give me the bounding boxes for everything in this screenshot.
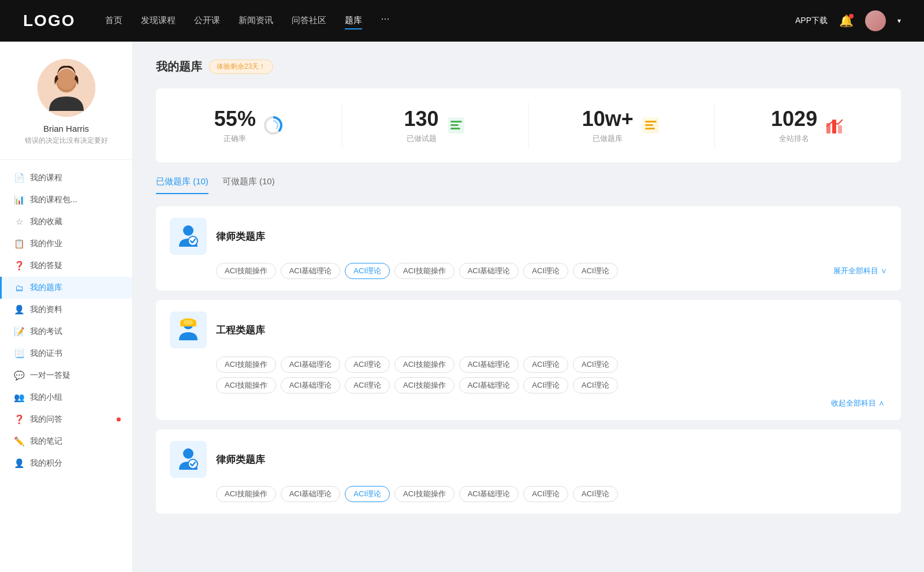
- sidebar-item-my-profile[interactable]: 👤 我的资料: [0, 299, 132, 321]
- sidebar-item-my-course[interactable]: 📄 我的课程: [0, 167, 132, 189]
- expand-link-1[interactable]: 展开全部科目 ∨: [833, 266, 887, 276]
- main-content: 我的题库 体验剩余23天！ 55% 正确率: [133, 42, 924, 572]
- sidebar-item-my-qbank[interactable]: 🗂 我的题库: [0, 277, 132, 299]
- tag[interactable]: ACI理论: [345, 377, 390, 393]
- sidebar-item-label: 我的证书: [30, 348, 62, 359]
- tag[interactable]: ACI基础理论: [281, 486, 341, 502]
- svg-rect-16: [838, 125, 842, 133]
- tag[interactable]: ACI理论: [573, 377, 618, 393]
- course-icon: 📄: [14, 173, 24, 183]
- svg-point-17: [183, 225, 193, 236]
- tag[interactable]: ACI基础理论: [459, 486, 519, 502]
- notes-icon: ✏️: [14, 436, 24, 447]
- tag[interactable]: ACI技能操作: [216, 356, 276, 373]
- sidebar-item-my-course-pack[interactable]: 📊 我的课程包...: [0, 189, 132, 211]
- avatar[interactable]: [865, 10, 886, 31]
- notification-dot: [849, 14, 854, 18]
- sidebar-item-my-favorites[interactable]: ☆ 我的收藏: [0, 211, 132, 233]
- qbank-card-lawyer1: 律师类题库 ACI技能操作 ACI基础理论 ACI理论 ACI技能操作 ACI基…: [156, 206, 901, 291]
- sidebar-item-my-exam[interactable]: 📝 我的考试: [0, 321, 132, 343]
- qbank-title-1: 律师类题库: [216, 230, 265, 243]
- qbank-card-engineer: 工程类题库 ACI技能操作 ACI基础理论 ACI理论 ACI技能操作 ACI基…: [156, 300, 901, 420]
- nav-more[interactable]: ···: [381, 13, 389, 29]
- tag[interactable]: ACI技能操作: [394, 263, 454, 279]
- tag[interactable]: ACI理论: [345, 356, 390, 373]
- stat-label-correct: 正确率: [214, 133, 256, 144]
- user-avatar: [38, 59, 95, 117]
- qbank-tags-row-2a: ACI技能操作 ACI基础理论 ACI理论 ACI技能操作 ACI基础理论 AC…: [170, 356, 887, 373]
- one-on-one-icon: 💬: [14, 370, 24, 381]
- tab-todo[interactable]: 可做题库 (10): [222, 176, 275, 194]
- tag[interactable]: ACI基础理论: [281, 356, 341, 373]
- nav-qa[interactable]: 问答社区: [292, 13, 326, 29]
- sidebar-item-my-homework[interactable]: 📋 我的作业: [0, 233, 132, 255]
- sidebar-item-label: 一对一答疑: [30, 370, 70, 381]
- tag[interactable]: ACI基础理论: [281, 377, 341, 393]
- qbank-card-lawyer2: 律师类题库 ACI技能操作 ACI基础理论 ACI理论 ACI技能操作 ACI基…: [156, 429, 901, 514]
- sidebar-item-my-questions[interactable]: ❓ 我的问答: [0, 408, 132, 430]
- svg-point-23: [183, 448, 193, 459]
- tag[interactable]: ACI技能操作: [216, 486, 276, 502]
- tag[interactable]: ACI理论: [523, 263, 568, 279]
- app-download[interactable]: APP下载: [795, 16, 828, 26]
- tag[interactable]: ACI技能操作: [394, 356, 454, 373]
- tab-done[interactable]: 已做题库 (10): [156, 176, 208, 194]
- stat-done-banks: 10w+ 已做题库: [529, 102, 716, 148]
- tag[interactable]: ACI理论: [573, 356, 618, 373]
- tag[interactable]: ACI理论: [523, 356, 568, 373]
- notification-bell[interactable]: 🔔: [839, 14, 854, 28]
- stat-label-banks: 已做题库: [582, 133, 634, 144]
- svg-rect-8: [450, 124, 459, 126]
- tag[interactable]: ACI技能操作: [394, 486, 454, 502]
- svg-rect-7: [450, 121, 462, 122]
- sidebar-item-my-group[interactable]: 👥 我的小组: [0, 387, 132, 408]
- sidebar-item-label: 我的课程: [30, 173, 62, 183]
- qbank-engineer-icon: [170, 311, 207, 348]
- stat-value-rank: 1029: [771, 107, 817, 131]
- nav-home[interactable]: 首页: [105, 13, 122, 29]
- sidebar-item-label: 我的资料: [30, 304, 62, 315]
- tag[interactable]: ACI技能操作: [394, 377, 454, 393]
- donut-chart-icon: [263, 115, 284, 136]
- nav-news[interactable]: 新闻资讯: [239, 13, 273, 29]
- svg-point-5: [269, 121, 278, 130]
- collapse-link-2[interactable]: 收起全部科目 ∧: [170, 398, 885, 408]
- avatar-image: [38, 59, 95, 117]
- unread-dot: [117, 418, 121, 422]
- nav-open-course[interactable]: 公开课: [194, 13, 220, 29]
- sidebar: Brian Harris 错误的决定比没有决定要好 📄 我的课程 📊 我的课程包…: [0, 42, 133, 572]
- chart-red-icon: [824, 115, 845, 136]
- sidebar-item-label: 我的小组: [30, 392, 62, 403]
- qbank-title-3: 律师类题库: [216, 453, 265, 466]
- sidebar-item-one-on-one[interactable]: 💬 一对一答疑: [0, 365, 132, 387]
- tag[interactable]: ACI理论: [345, 486, 390, 502]
- tag[interactable]: ACI基础理论: [459, 356, 519, 373]
- nav-qbank[interactable]: 题库: [345, 13, 362, 29]
- profile-name: Brian Harris: [12, 124, 121, 133]
- tag[interactable]: ACI基础理论: [459, 377, 519, 393]
- tag[interactable]: ACI基础理论: [281, 263, 341, 279]
- tag[interactable]: ACI理论: [573, 263, 618, 279]
- sidebar-item-my-points[interactable]: 👤 我的积分: [0, 452, 132, 474]
- tag[interactable]: ACI技能操作: [216, 377, 276, 393]
- tag[interactable]: ACI基础理论: [459, 263, 519, 279]
- sidebar-profile: Brian Harris 错误的决定比没有决定要好: [0, 59, 132, 160]
- chevron-down-icon[interactable]: ▾: [897, 17, 901, 25]
- layout: Brian Harris 错误的决定比没有决定要好 📄 我的课程 📊 我的课程包…: [0, 0, 924, 572]
- tag[interactable]: ACI理论: [345, 263, 390, 279]
- sidebar-item-my-qa[interactable]: ❓ 我的答疑: [0, 255, 132, 277]
- star-icon: ☆: [14, 217, 24, 227]
- tag[interactable]: ACI技能操作: [216, 263, 276, 279]
- sidebar-item-label: 我的笔记: [30, 436, 62, 447]
- sidebar-item-my-notes[interactable]: ✏️ 我的笔记: [0, 430, 132, 452]
- tag[interactable]: ACI理论: [573, 486, 618, 502]
- sidebar-item-my-cert[interactable]: 📃 我的证书: [0, 343, 132, 365]
- tag[interactable]: ACI理论: [523, 486, 568, 502]
- exam-icon: 📝: [14, 326, 24, 337]
- nav-discover[interactable]: 发现课程: [141, 13, 176, 29]
- qbank-tags-row-2b: ACI技能操作 ACI基础理论 ACI理论 ACI技能操作 ACI基础理论 AC…: [170, 377, 887, 393]
- svg-rect-9: [450, 128, 460, 129]
- page-header: 我的题库 体验剩余23天！: [156, 59, 901, 75]
- tag[interactable]: ACI理论: [523, 377, 568, 393]
- stat-label-rank: 全站排名: [771, 133, 817, 144]
